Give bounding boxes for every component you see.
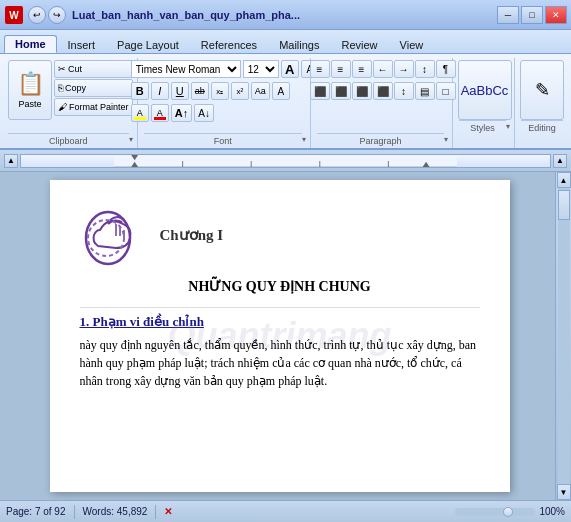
scroll-down-button[interactable]: ▼ — [557, 484, 571, 500]
zoom-level: 100% — [539, 506, 565, 517]
line-spacing-button[interactable]: ↕ — [394, 82, 414, 100]
numbering-button[interactable]: ≡ — [331, 60, 351, 78]
tab-insert[interactable]: Insert — [57, 36, 107, 53]
editing-group: ✎ Editing — [517, 58, 567, 148]
tab-review[interactable]: Review — [330, 36, 388, 53]
bold-button[interactable]: B — [131, 82, 149, 100]
align-center-button[interactable]: ⬛ — [331, 82, 351, 100]
clipboard-small-buttons: ✂Cut ⎘Copy 🖌Format Painter — [54, 60, 133, 116]
document-main: Quantrimang — [4, 172, 555, 500]
tab-view[interactable]: View — [389, 36, 435, 53]
clear-format-button[interactable]: A — [272, 82, 290, 100]
font-size-up-button[interactable]: A↑ — [171, 104, 192, 122]
window-title: Luat_ban_hanh_van_ban_quy_pham_pha... — [72, 9, 497, 21]
grow-font-button[interactable]: A — [281, 60, 299, 78]
paragraph-row1: ≡ ≡ ≡ ← → ↕ ¶ — [310, 60, 456, 78]
font-expand-icon[interactable]: ▾ — [302, 135, 306, 144]
increase-indent-button[interactable]: → — [394, 60, 414, 78]
minimize-button[interactable]: ─ — [497, 6, 519, 24]
quick-access-toolbar: ↩ ↪ — [28, 6, 66, 24]
paragraph-controls: ≡ ≡ ≡ ← → ↕ ¶ ⬛ ⬛ ⬛ ⬛ ↕ ▤ □ — [310, 60, 456, 133]
font-name-select[interactable]: Times New Roman — [131, 60, 241, 78]
paragraph-row2: ⬛ ⬛ ⬛ ⬛ ↕ ▤ □ — [310, 82, 456, 100]
page-info: Page: 7 of 92 — [6, 506, 66, 517]
styles-group: AaBbCc Styles ▾ — [455, 58, 515, 148]
underline-button[interactable]: U — [171, 82, 189, 100]
paragraph-group: ≡ ≡ ≡ ← → ↕ ¶ ⬛ ⬛ ⬛ ⬛ ↕ ▤ □ Paragraph ▾ — [313, 58, 453, 148]
status-sep1 — [74, 505, 75, 519]
font-color-button[interactable]: A — [151, 104, 169, 122]
tab-page-layout[interactable]: Page Layout — [106, 36, 190, 53]
scroll-thumb[interactable] — [558, 190, 570, 220]
title-bar: W ↩ ↪ Luat_ban_hanh_van_ban_quy_pham_pha… — [0, 0, 571, 30]
clipboard-expand-icon[interactable]: ▾ — [129, 135, 133, 144]
multilevel-button[interactable]: ≡ — [352, 60, 372, 78]
app-icon: W — [4, 5, 24, 25]
justify-button[interactable]: ⬛ — [373, 82, 393, 100]
font-size-down-button[interactable]: A↓ — [194, 104, 214, 122]
highlight-color-button[interactable]: A — [131, 104, 149, 122]
font-group-header: Font ▾ — [144, 133, 306, 146]
ribbon-tabs: Home Insert Page Layout References Maili… — [0, 30, 571, 54]
undo-button[interactable]: ↩ — [28, 6, 46, 24]
clipboard-content: 📋 Paste ✂Cut ⎘Copy 🖌Format Painter — [8, 60, 133, 133]
paragraph-group-header: Paragraph ▾ — [317, 133, 448, 146]
status-bar: Page: 7 of 92 Words: 45,892 ✕ 100% — [0, 500, 571, 522]
paste-button[interactable]: 📋 Paste — [8, 60, 52, 120]
format-painter-button[interactable]: 🖌Format Painter — [54, 98, 133, 116]
document-body-text: này quy định nguyên tắc, thẩm quyền, hìn… — [80, 338, 477, 388]
font-size-select[interactable]: 12 — [243, 60, 279, 78]
align-left-button[interactable]: ⬛ — [310, 82, 330, 100]
ruler-area: ▲ ▲ — [0, 150, 571, 172]
scroll-up-button[interactable]: ▲ — [557, 172, 571, 188]
copy-button[interactable]: ⎘Copy — [54, 79, 133, 97]
chapter-text: Chương I — [160, 226, 224, 244]
tab-home[interactable]: Home — [4, 35, 57, 53]
editing-button[interactable]: ✎ — [520, 60, 564, 120]
doc-divider — [80, 307, 480, 308]
zoom-area: 100% — [455, 506, 565, 517]
vertical-scrollbar: ▲ ▼ — [555, 172, 571, 500]
ruler-bar — [20, 154, 551, 168]
zoom-thumb[interactable] — [503, 507, 513, 517]
document-heading: NHỮNG QUY ĐỊNH CHUNG — [80, 278, 480, 295]
cut-button[interactable]: ✂Cut — [54, 60, 133, 78]
maximize-button[interactable]: □ — [521, 6, 543, 24]
tab-references[interactable]: References — [190, 36, 268, 53]
subscript-button[interactable]: x₂ — [211, 82, 229, 100]
ribbon: 📋 Paste ✂Cut ⎘Copy 🖌Format Painter Clipb… — [0, 54, 571, 150]
svg-text:W: W — [9, 10, 19, 21]
align-right-button[interactable]: ⬛ — [352, 82, 372, 100]
ruler-collapse-button[interactable]: ▲ — [4, 154, 18, 168]
styles-expand-icon[interactable]: ▾ — [506, 122, 510, 131]
close-button[interactable]: ✕ — [545, 6, 567, 24]
ruler-scroll-right[interactable]: ▲ — [553, 154, 567, 168]
superscript-button[interactable]: x² — [231, 82, 249, 100]
styles-group-header: Styles ▾ — [459, 120, 510, 133]
svg-rect-2 — [114, 155, 457, 167]
font-color-row: A A A↑ A↓ — [131, 104, 319, 122]
paragraph-expand-icon[interactable]: ▾ — [444, 135, 448, 144]
clipboard-group-label: Clipboard — [8, 133, 129, 146]
sort-button[interactable]: ↕ — [415, 60, 435, 78]
italic-button[interactable]: I — [151, 82, 169, 100]
styles-button[interactable]: AaBbCc — [458, 60, 512, 120]
font-group-label: Font — [144, 133, 302, 146]
strikethrough-button[interactable]: ab — [191, 82, 209, 100]
editing-group-label: Editing — [521, 120, 563, 133]
clipboard-group-header: Clipboard ▾ — [8, 133, 133, 146]
styles-preview: AaBbCc — [461, 83, 509, 98]
zoom-slider[interactable] — [455, 508, 535, 516]
shading-button[interactable]: ▤ — [415, 82, 435, 100]
section1-title: 1. Phạm vi điều chỉnh — [80, 314, 480, 330]
decrease-indent-button[interactable]: ← — [373, 60, 393, 78]
font-group: Times New Roman 12 A A B I U ab x₂ x² Aa… — [140, 58, 311, 148]
font-name-row: Times New Roman 12 A A — [131, 60, 319, 78]
bullets-button[interactable]: ≡ — [310, 60, 330, 78]
show-hide-button[interactable]: ¶ — [436, 60, 456, 78]
tab-mailings[interactable]: Mailings — [268, 36, 330, 53]
font-format-row: B I U ab x₂ x² Aa A — [131, 82, 319, 100]
border-button[interactable]: □ — [436, 82, 456, 100]
redo-button[interactable]: ↪ — [48, 6, 66, 24]
change-case-button[interactable]: Aa — [251, 82, 270, 100]
